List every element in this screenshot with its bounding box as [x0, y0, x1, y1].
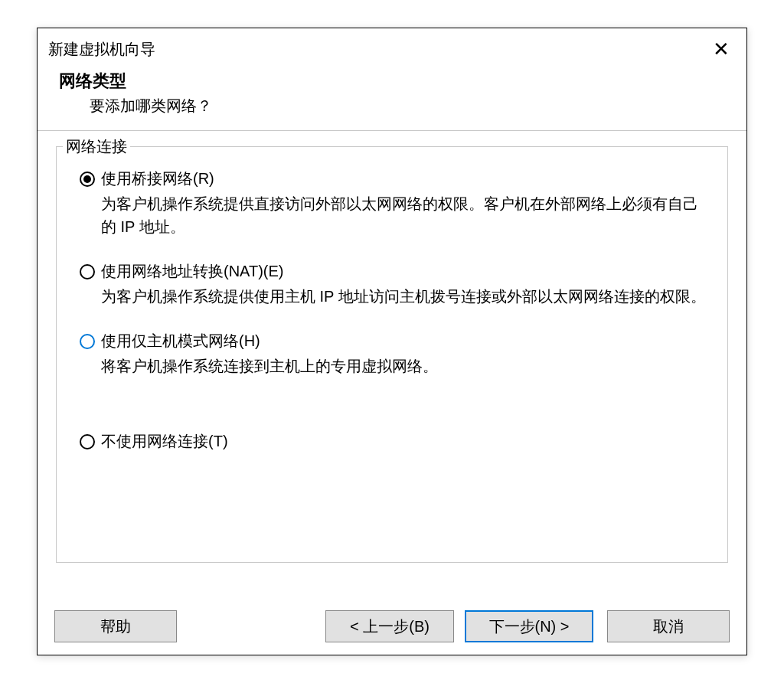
radio-item-hostonly: 使用仅主机模式网络(H) 将客户机操作系统连接到主机上的专用虚拟网络。: [80, 331, 710, 377]
radio-option-none[interactable]: 不使用网络连接(T): [80, 431, 710, 452]
groupbox-legend: 网络连接: [63, 136, 130, 157]
radio-icon: [80, 434, 95, 449]
dialog-title: 新建虚拟机向导: [48, 39, 155, 60]
new-vm-wizard-dialog: 新建虚拟机向导 ✕ 网络类型 要添加哪类网络？ 网络连接 使用桥接网络(R) 为…: [37, 28, 747, 655]
network-connection-group: 网络连接 使用桥接网络(R) 为客户机操作系统提供直接访问外部以太网网络的权限。…: [56, 146, 728, 563]
radio-desc: 将客户机操作系统连接到主机上的专用虚拟网络。: [80, 355, 710, 377]
close-icon[interactable]: ✕: [707, 39, 736, 59]
help-button[interactable]: 帮助: [54, 610, 177, 642]
page-title: 网络类型: [59, 70, 728, 93]
radio-option-nat[interactable]: 使用网络地址转换(NAT)(E): [80, 261, 710, 282]
back-button[interactable]: < 上一步(B): [325, 610, 454, 642]
radio-item-none: 不使用网络连接(T): [80, 431, 710, 452]
radio-item-nat: 使用网络地址转换(NAT)(E) 为客户机操作系统提供使用主机 IP 地址访问主…: [80, 261, 710, 308]
titlebar: 新建虚拟机向导 ✕: [38, 28, 746, 64]
radio-label: 不使用网络连接(T): [101, 431, 228, 452]
radio-label: 使用仅主机模式网络(H): [101, 331, 260, 351]
cancel-button[interactable]: 取消: [607, 610, 730, 642]
radio-desc: 为客户机操作系统提供直接访问外部以太网网络的权限。客户机在外部网络上必须有自己的…: [80, 192, 710, 238]
radio-item-bridged: 使用桥接网络(R) 为客户机操作系统提供直接访问外部以太网网络的权限。客户机在外…: [80, 168, 710, 238]
content-area: 网络连接 使用桥接网络(R) 为客户机操作系统提供直接访问外部以太网网络的权限。…: [38, 131, 746, 563]
page-subtitle: 要添加哪类网络？: [59, 96, 728, 116]
radio-icon: [80, 264, 95, 279]
radio-label: 使用网络地址转换(NAT)(E): [101, 261, 284, 282]
spacer: [188, 610, 315, 642]
radio-option-bridged[interactable]: 使用桥接网络(R): [80, 168, 710, 189]
radio-icon: [80, 172, 95, 187]
next-button[interactable]: 下一步(N) >: [465, 610, 593, 642]
radio-label: 使用桥接网络(R): [101, 168, 214, 189]
radio-desc: 为客户机操作系统提供使用主机 IP 地址访问主机拨号连接或外部以太网网络连接的权…: [80, 285, 710, 308]
header-section: 网络类型 要添加哪类网络？: [38, 64, 746, 130]
radio-icon: [80, 334, 95, 349]
button-bar: 帮助 < 上一步(B) 下一步(N) > 取消: [38, 610, 746, 642]
radio-option-hostonly[interactable]: 使用仅主机模式网络(H): [80, 331, 710, 351]
radio-group: 使用桥接网络(R) 为客户机操作系统提供直接访问外部以太网网络的权限。客户机在外…: [80, 168, 710, 452]
